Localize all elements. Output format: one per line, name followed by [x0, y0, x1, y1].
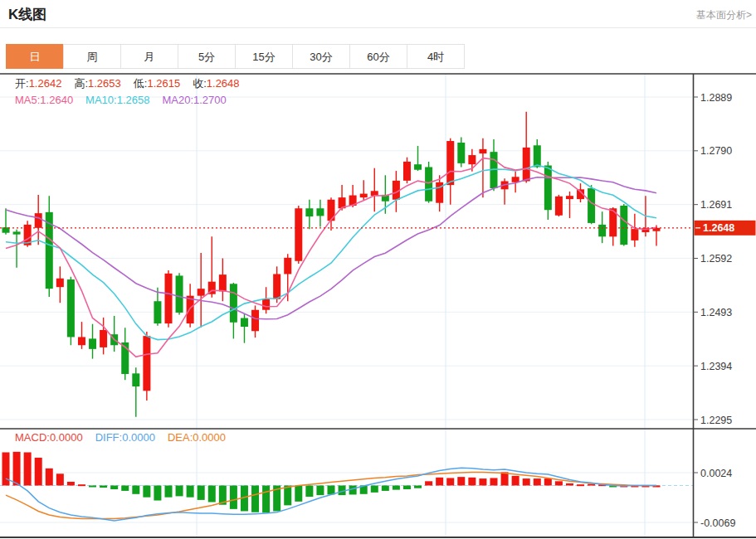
candle-body	[198, 289, 205, 296]
macd-bar	[349, 485, 357, 494]
macd-bar	[501, 472, 509, 485]
tab-timeframe-3[interactable]: 5分	[178, 44, 236, 69]
ma5-line	[6, 158, 656, 357]
price-axis-label: 1.2790	[700, 145, 732, 157]
candle-body	[241, 318, 248, 327]
candle-body	[457, 143, 465, 163]
macd-axis-label: -0.0069	[700, 517, 735, 529]
candle-body	[230, 284, 237, 322]
macd-bar	[555, 481, 563, 485]
candle-body	[143, 336, 150, 391]
macd-item-1: DIFF:0.0000	[95, 431, 155, 444]
macd-bar	[512, 476, 519, 486]
ma10-line	[6, 165, 656, 339]
price-axis-label: 1.2295	[700, 415, 732, 426]
macd-bar	[56, 473, 64, 485]
macd-bar	[457, 477, 465, 485]
price-axis-label: 1.2889	[700, 92, 732, 104]
ma-item-1: MA10:1.2658	[85, 94, 149, 106]
ma-item-0: MA5:1.2640	[15, 94, 73, 106]
macd-bar	[2, 452, 10, 485]
candle-body	[67, 279, 75, 337]
macd-bar	[35, 458, 42, 486]
macd-bar	[78, 484, 85, 486]
candle-body	[414, 164, 422, 170]
candle-body	[154, 301, 161, 323]
tab-timeframe-7[interactable]: 4时	[407, 44, 465, 69]
candle-body	[566, 196, 573, 199]
macd-bar	[544, 478, 552, 485]
candle-body	[273, 274, 280, 299]
macd-bar	[110, 485, 118, 489]
candle-body	[295, 208, 302, 261]
macd-bar	[382, 485, 389, 490]
macd-bar	[284, 485, 291, 505]
ohlc-item-0: 开:1.2642	[15, 77, 61, 90]
macd-bar	[154, 485, 161, 500]
candle-body	[446, 141, 454, 185]
dea-line	[6, 472, 656, 518]
macd-bar	[577, 484, 584, 486]
timeframe-tabs: 日周月5分15分30分60分4时	[6, 44, 465, 69]
candle-body	[284, 258, 291, 274]
macd-header: MACD:0.0000DIFF:0.0000DEA:0.0000	[15, 431, 238, 444]
macd-bar	[198, 485, 205, 499]
macd-bar	[24, 452, 32, 485]
candle-body	[544, 166, 552, 211]
tab-timeframe-5[interactable]: 30分	[292, 44, 350, 69]
macd-bar	[436, 478, 443, 486]
tab-timeframe-2[interactable]: 月	[120, 44, 178, 69]
candle-body	[56, 279, 64, 287]
macd-bar	[295, 485, 302, 501]
candle-body	[534, 145, 541, 167]
candle-body	[425, 167, 432, 201]
candle-body	[35, 213, 42, 228]
kline-page: K线图 基本面分析> 日周月5分15分30分60分4时 1.28891.2790…	[0, 0, 756, 539]
macd-bar	[403, 485, 411, 489]
ohlc-item-1: 高:1.2653	[74, 77, 120, 90]
macd-bar	[468, 478, 476, 486]
candle-body	[251, 310, 259, 332]
candle-body	[187, 296, 194, 323]
price-axis-label: 1.2394	[700, 361, 732, 372]
macd-bar	[121, 485, 129, 490]
macd-bar	[46, 469, 53, 486]
macd-bar	[425, 481, 432, 485]
candle-body	[523, 148, 530, 182]
candle-body	[555, 197, 563, 216]
price-axis-label: 1.2691	[700, 199, 732, 211]
macd-bar	[208, 485, 216, 502]
macd-bar	[588, 484, 595, 486]
candle-body	[316, 208, 324, 216]
macd-bar	[523, 478, 530, 485]
macd-bar	[132, 485, 139, 493]
macd-bar	[316, 485, 324, 495]
candle-body	[262, 299, 270, 310]
fundamental-analysis-link[interactable]: 基本面分析>	[696, 8, 752, 22]
candle-body	[176, 275, 183, 313]
macd-bar	[165, 485, 173, 497]
price-axis-label: 1.2493	[700, 307, 732, 318]
macd-bar	[176, 485, 183, 496]
macd-bar	[67, 482, 75, 486]
candle-body	[165, 274, 173, 323]
candle-body	[219, 274, 227, 291]
tab-timeframe-6[interactable]: 60分	[349, 44, 407, 69]
tab-timeframe-4[interactable]: 15分	[235, 44, 293, 69]
candle-body	[132, 373, 139, 386]
macd-item-0: MACD:0.0000	[15, 431, 83, 444]
candle-body	[360, 194, 368, 198]
macd-axis-label: 0.0024	[700, 468, 732, 479]
macd-bar	[230, 485, 237, 508]
macd-bar	[143, 485, 150, 497]
page-title: K线图	[8, 5, 46, 24]
candle-body	[305, 208, 313, 216]
tab-timeframe-0[interactable]: 日	[6, 44, 64, 69]
macd-bar	[251, 485, 259, 512]
ma-item-2: MA20:1.2700	[162, 94, 226, 106]
candle-body	[598, 225, 606, 236]
macd-bar	[262, 485, 270, 512]
tab-timeframe-1[interactable]: 周	[63, 44, 121, 69]
candle-body	[78, 337, 85, 345]
macd-bar	[566, 483, 573, 486]
